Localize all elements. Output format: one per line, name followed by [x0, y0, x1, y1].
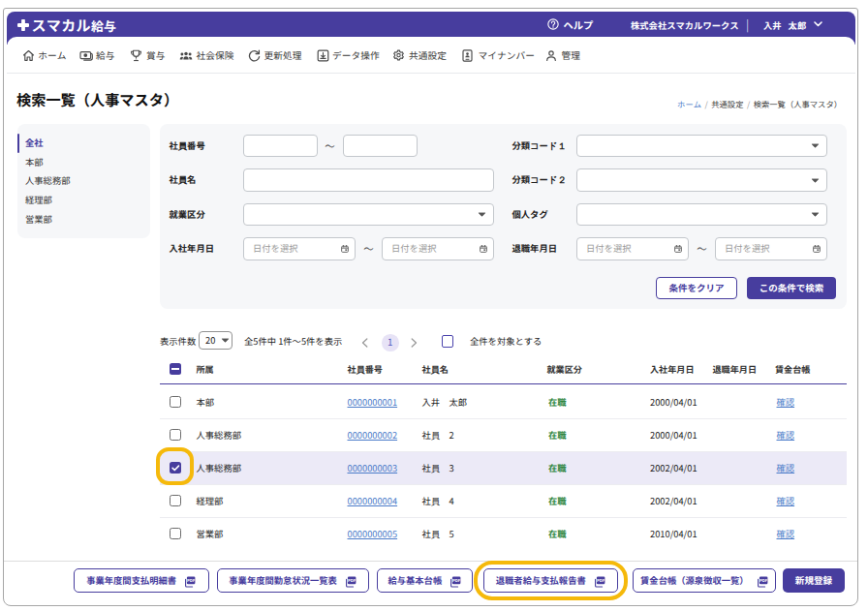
svg-text:PDF: PDF	[760, 577, 768, 583]
svg-text:PDF: PDF	[452, 577, 461, 583]
svg-text:PDF: PDF	[187, 577, 196, 583]
svg-text:PDF: PDF	[348, 577, 356, 583]
